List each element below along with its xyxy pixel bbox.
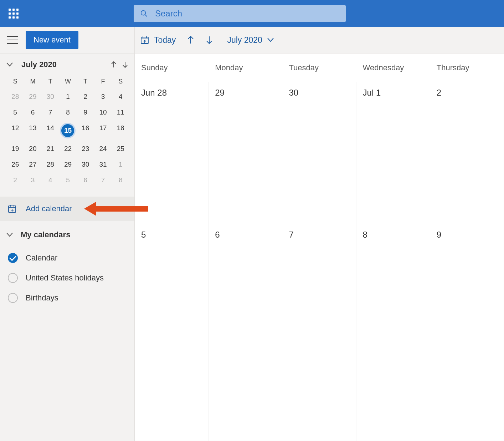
mini-calendar-dow: T (42, 74, 59, 89)
chevron-down-icon (267, 38, 274, 42)
grid-day-cell[interactable]: 6 (209, 224, 282, 441)
grid-dow-header: Monday (209, 54, 282, 82)
grid-dow-header: Thursday (430, 54, 504, 82)
calendar-toolbar: Today July 2020 (135, 27, 504, 54)
mini-calendar-day[interactable]: 22 (59, 141, 77, 157)
annotation-arrow-icon (84, 201, 148, 217)
today-button[interactable]: Today (140, 35, 176, 45)
mini-calendar-day[interactable]: 6 (24, 105, 41, 120)
mini-calendar-day[interactable]: 10 (94, 105, 112, 120)
mini-calendar-day[interactable]: 17 (94, 120, 112, 141)
mini-calendar-day[interactable]: 6 (77, 172, 94, 188)
mini-calendar-day[interactable]: 3 (24, 172, 41, 188)
month-label: July 2020 (227, 35, 262, 45)
mini-calendar-day[interactable]: 11 (112, 105, 129, 120)
mini-calendar-day[interactable]: 27 (24, 157, 41, 172)
mini-calendar-day[interactable]: 28 (42, 157, 59, 172)
mini-calendar-day[interactable]: 26 (6, 157, 24, 172)
add-calendar-button[interactable]: Add calendar (0, 197, 134, 221)
mini-calendar-day[interactable]: 20 (24, 141, 41, 157)
mini-calendar-day[interactable]: 30 (42, 89, 59, 105)
mini-calendar-day[interactable]: 14 (42, 120, 59, 141)
mini-calendar-day[interactable]: 7 (42, 105, 59, 120)
mini-calendar-next-button[interactable] (122, 61, 128, 68)
calendar-list-item[interactable]: United States holidays (6, 268, 128, 288)
mini-calendar-dow: F (94, 74, 112, 89)
circle-icon[interactable] (8, 273, 18, 283)
mini-calendar-day[interactable]: 3 (94, 89, 112, 105)
grid-day-cell[interactable]: 2 (430, 82, 504, 224)
search-input[interactable] (148, 9, 339, 19)
mini-calendar-day[interactable]: 15 (59, 120, 77, 141)
grid-day-cell[interactable]: 29 (209, 82, 282, 224)
mini-calendar-day[interactable]: 4 (42, 172, 59, 188)
grid-dow-header: Tuesday (282, 54, 356, 82)
mini-calendar-day[interactable]: 12 (6, 120, 24, 141)
mini-calendar-day[interactable]: 24 (94, 141, 112, 157)
svg-point-0 (141, 10, 146, 15)
my-calendars-section: My calendars CalendarUnited States holid… (0, 221, 134, 317)
calendar-plus-icon (8, 204, 16, 213)
add-calendar-label: Add calendar (26, 204, 72, 213)
grid-day-cell[interactable]: 7 (282, 224, 356, 441)
next-period-button[interactable] (206, 36, 213, 44)
grid-day-cell[interactable]: 9 (430, 224, 504, 441)
mini-calendar-day[interactable]: 28 (6, 89, 24, 105)
mini-calendar-dow: S (112, 74, 129, 89)
grid-day-cell[interactable]: Jul 1 (356, 82, 430, 224)
mini-calendar-day[interactable]: 2 (6, 172, 24, 188)
search-icon (140, 10, 148, 17)
grid-day-cell[interactable]: 30 (282, 82, 356, 224)
mini-calendar-day[interactable]: 1 (112, 157, 129, 172)
mini-calendar-day[interactable]: 19 (6, 141, 24, 157)
mini-calendar-day[interactable]: 5 (59, 172, 77, 188)
prev-period-button[interactable] (187, 36, 194, 44)
mini-calendar-day[interactable]: 13 (24, 120, 41, 141)
mini-calendar-day[interactable]: 16 (77, 120, 94, 141)
mini-calendar-day[interactable]: 7 (94, 172, 112, 188)
mini-calendar-day[interactable]: 4 (112, 89, 129, 105)
chevron-down-icon[interactable] (6, 62, 16, 67)
new-event-button[interactable]: New event (26, 31, 78, 49)
mini-calendar-day[interactable]: 29 (24, 89, 41, 105)
grid-day-cell[interactable]: 8 (356, 224, 430, 441)
svg-line-1 (145, 14, 147, 16)
month-picker-button[interactable]: July 2020 (227, 35, 273, 45)
mini-calendar-day[interactable]: 30 (77, 157, 94, 172)
my-calendars-label: My calendars (21, 230, 70, 239)
mini-calendar-day[interactable]: 18 (112, 120, 129, 141)
top-banner (0, 0, 504, 27)
mini-calendar-title: July 2020 (16, 60, 111, 69)
mini-calendar-dow: W (59, 74, 77, 89)
calendar-today-icon (140, 36, 149, 44)
mini-calendar-day[interactable]: 8 (112, 172, 129, 188)
mini-calendar-day[interactable]: 8 (59, 105, 77, 120)
calendar-item-label: United States holidays (26, 273, 104, 283)
mini-calendar-day[interactable]: 31 (94, 157, 112, 172)
search-box[interactable] (134, 5, 346, 22)
sidebar: New event July 2020 SMTWTFS2829301234567… (0, 27, 135, 441)
grid-day-cell[interactable]: 5 (135, 224, 209, 441)
mini-calendar-dow: M (24, 74, 41, 89)
grid-dow-header: Wednesday (356, 54, 430, 82)
calendar-grid: SundayMondayTuesdayWednesdayThursdayJun … (135, 54, 504, 441)
my-calendars-toggle[interactable]: My calendars (6, 230, 128, 239)
mini-calendar-day[interactable]: 23 (77, 141, 94, 157)
app-launcher-button[interactable] (0, 0, 27, 27)
calendar-list-item[interactable]: Calendar (6, 248, 128, 268)
mini-calendar-day[interactable]: 25 (112, 141, 129, 157)
mini-calendar-day[interactable]: 1 (59, 89, 77, 105)
calendar-list-item[interactable]: Birthdays (6, 288, 128, 308)
grid-dow-header: Sunday (135, 54, 209, 82)
checkmark-icon[interactable] (8, 253, 18, 263)
calendar-item-label: Birthdays (26, 293, 58, 303)
circle-icon[interactable] (8, 293, 18, 303)
mini-calendar-day[interactable]: 2 (77, 89, 94, 105)
mini-calendar-day[interactable]: 9 (77, 105, 94, 120)
mini-calendar-day[interactable]: 29 (59, 157, 77, 172)
mini-calendar-day[interactable]: 5 (6, 105, 24, 120)
mini-calendar-day[interactable]: 21 (42, 141, 59, 157)
hamburger-menu-button[interactable] (7, 36, 18, 44)
mini-calendar-dow: S (6, 74, 24, 89)
mini-calendar-prev-button[interactable] (111, 61, 117, 68)
